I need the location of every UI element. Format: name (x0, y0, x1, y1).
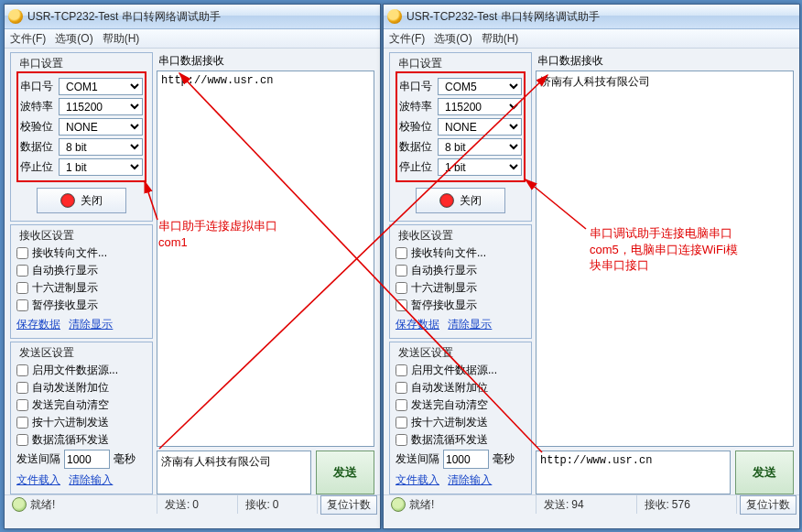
close-port-button[interactable]: 关闭 (416, 188, 505, 213)
interval-label: 发送间隔 (396, 451, 439, 467)
checkbox[interactable] (16, 399, 28, 411)
serial-baud-label: 波特率 (20, 99, 59, 114)
send-opt[interactable]: 数据流循环发送 (16, 432, 146, 448)
serial-baud-row: 波特率 115200 (399, 98, 522, 115)
serial-highlight-box: 串口号 COM5 波特率 115200 校验位 NONE 数据位 8 bit 停… (396, 71, 526, 182)
reset-count-button[interactable]: 复位计数 (320, 495, 377, 515)
serial-port-select[interactable]: COM1 (59, 78, 143, 95)
checkbox[interactable] (396, 282, 407, 294)
sent-label: 发送: (165, 497, 190, 513)
checkbox[interactable] (396, 299, 407, 311)
checkbox[interactable] (396, 434, 407, 446)
send-opt[interactable]: 启用文件数据源... (16, 363, 146, 378)
send-opt[interactable]: 启用文件数据源... (396, 363, 526, 378)
recv-label: 接收: (245, 497, 270, 513)
rx-textarea[interactable]: 济南有人科技有限公司 (536, 71, 794, 447)
menu-options[interactable]: 选项(O) (55, 31, 92, 47)
serial-stop-select[interactable]: 1 bit (438, 158, 522, 176)
recv-opt[interactable]: 接收转向文件... (16, 245, 146, 261)
send-opt[interactable]: 自动发送附加位 (396, 380, 526, 396)
menu-help[interactable]: 帮助(H) (103, 31, 140, 47)
recv-opt[interactable]: 十六进制显示 (16, 280, 146, 296)
statusbar: 就绪! 发送: 94 接收: 576 复位计数 (384, 494, 799, 514)
save-data-link[interactable]: 保存数据 (16, 318, 60, 331)
recv-opt[interactable]: 自动换行显示 (396, 263, 526, 278)
serial-data-select[interactable]: 8 bit (438, 138, 522, 156)
rx-textarea[interactable]: http://www.usr.cn (157, 71, 374, 447)
checkbox[interactable] (396, 265, 407, 277)
recv-opt[interactable]: 暂停接收显示 (396, 298, 526, 313)
interval-label: 发送间隔 (16, 451, 60, 467)
sent-value: 94 (571, 498, 583, 511)
window-title: USR-TCP232-Test 串口转网络调试助手 (27, 9, 221, 25)
send-button[interactable]: 发送 (735, 451, 794, 494)
file-load-link[interactable]: 文件载入 (16, 473, 60, 486)
recv-opt[interactable]: 接收转向文件... (396, 245, 526, 261)
checkbox[interactable] (396, 417, 407, 429)
recv-opt[interactable]: 暂停接收显示 (16, 298, 146, 313)
checkbox[interactable] (16, 282, 28, 294)
app-icon (387, 9, 402, 24)
checkbox[interactable] (16, 417, 28, 429)
send-opt[interactable]: 自动发送附加位 (16, 380, 146, 396)
clear-input-link[interactable]: 清除输入 (448, 473, 492, 486)
checkbox[interactable] (16, 247, 28, 259)
send-opt[interactable]: 按十六进制发送 (16, 415, 146, 430)
clear-display-link[interactable]: 清除显示 (69, 318, 113, 331)
send-opt[interactable]: 发送完自动清空 (396, 397, 526, 413)
serial-baud-label: 波特率 (399, 99, 438, 114)
serial-parity-row: 校验位 NONE (20, 118, 143, 136)
checkbox[interactable] (396, 364, 407, 376)
menu-options[interactable]: 选项(O) (434, 31, 471, 47)
tx-textarea[interactable]: 济南有人科技有限公司 (157, 451, 311, 494)
status-ready: 就绪! (30, 497, 55, 513)
send-opt[interactable]: 发送完自动清空 (16, 397, 146, 413)
interval-unit: 毫秒 (493, 451, 515, 467)
titlebar[interactable]: USR-TCP232-Test 串口转网络调试助手 (384, 5, 799, 29)
menu-file[interactable]: 文件(F) (389, 31, 425, 47)
interval-input[interactable] (443, 450, 489, 469)
checkbox[interactable] (16, 434, 28, 446)
serial-data-select[interactable]: 8 bit (59, 138, 143, 156)
serial-baud-select[interactable]: 115200 (438, 98, 522, 115)
serial-port-select[interactable]: COM5 (438, 78, 522, 95)
interval-input[interactable] (64, 450, 110, 469)
reset-count-button[interactable]: 复位计数 (740, 495, 797, 515)
checkbox[interactable] (396, 247, 407, 259)
serial-parity-select[interactable]: NONE (59, 118, 143, 136)
titlebar[interactable]: USR-TCP232-Test 串口转网络调试助手 (5, 5, 380, 29)
recv-value: 576 (672, 498, 690, 511)
file-load-link[interactable]: 文件载入 (396, 473, 439, 486)
send-button[interactable]: 发送 (316, 451, 374, 494)
checkbox[interactable] (16, 299, 28, 311)
tx-textarea[interactable]: http://www.usr.cn (536, 451, 731, 494)
clear-display-link[interactable]: 清除显示 (448, 318, 492, 331)
checkbox[interactable] (16, 265, 28, 277)
menu-file[interactable]: 文件(F) (10, 31, 46, 47)
clear-input-link[interactable]: 清除输入 (69, 473, 113, 486)
send-opt[interactable]: 按十六进制发送 (396, 415, 526, 430)
close-label: 关闭 (460, 193, 482, 209)
send-opt-label: 数据流循环发送 (411, 432, 488, 448)
checkbox[interactable] (16, 382, 28, 394)
close-port-button[interactable]: 关闭 (37, 188, 126, 213)
recv-opt[interactable]: 自动换行显示 (16, 263, 146, 278)
recv-opt-label: 十六进制显示 (411, 280, 477, 296)
recv-opt[interactable]: 十六进制显示 (396, 280, 526, 296)
send-opt-label: 按十六进制发送 (32, 415, 109, 430)
serial-parity-select[interactable]: NONE (438, 118, 522, 136)
menu-help[interactable]: 帮助(H) (482, 31, 519, 47)
checkbox[interactable] (16, 364, 28, 376)
serial-baud-row: 波特率 115200 (20, 98, 143, 115)
app-icon (8, 9, 23, 24)
recv-opt-label: 十六进制显示 (32, 280, 98, 296)
serial-stop-select[interactable]: 1 bit (59, 158, 143, 176)
recv-legend: 接收区设置 (396, 228, 456, 244)
serial-parity-label: 校验位 (399, 119, 438, 135)
save-data-link[interactable]: 保存数据 (396, 318, 439, 331)
checkbox[interactable] (396, 399, 407, 411)
checkbox[interactable] (396, 382, 407, 394)
serial-baud-select[interactable]: 115200 (59, 98, 143, 115)
send-opt[interactable]: 数据流循环发送 (396, 432, 526, 448)
serial-settings-group: 串口设置 串口号 COM1 波特率 115200 校验位 NONE 数据位 8 (10, 52, 153, 222)
